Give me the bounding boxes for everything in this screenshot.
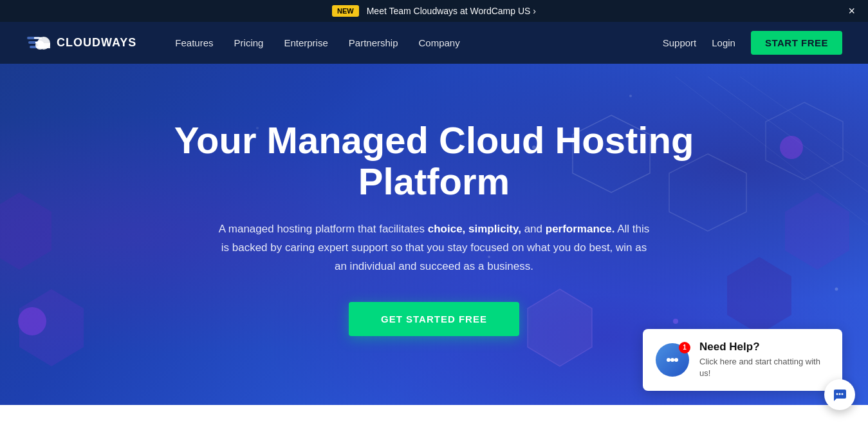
- logo-icon: [26, 32, 51, 54]
- announcement-bar: NEW Meet Team Cloudways at WordCamp US ›…: [0, 0, 868, 22]
- announcement-text: Meet Team Cloudways at WordCamp US: [367, 6, 533, 16]
- svg-point-25: [18, 307, 46, 335]
- svg-point-26: [629, 95, 632, 97]
- nav-enterprise[interactable]: Enterprise: [284, 37, 328, 48]
- svg-point-33: [842, 393, 844, 395]
- chat-widget[interactable]: 1 Need Help? Click here and start chatti…: [643, 329, 842, 391]
- svg-point-31: [836, 393, 838, 395]
- nav-features[interactable]: Features: [175, 37, 213, 48]
- svg-marker-21: [0, 193, 51, 270]
- svg-marker-15: [528, 289, 592, 366]
- announcement-link[interactable]: Meet Team Cloudways at WordCamp US ›: [367, 6, 536, 16]
- logo-link[interactable]: CLOUDWAYS: [26, 32, 136, 54]
- start-free-button[interactable]: START FREE: [751, 31, 842, 55]
- announcement-arrow: ›: [533, 6, 536, 16]
- svg-marker-11: [766, 102, 843, 180]
- svg-point-29: [670, 358, 674, 362]
- svg-marker-22: [19, 289, 84, 366]
- logo-text: CLOUDWAYS: [57, 36, 136, 50]
- nav-support[interactable]: Support: [663, 37, 697, 48]
- nav-partnership[interactable]: Partnership: [349, 37, 398, 48]
- nav-company[interactable]: Company: [419, 37, 460, 48]
- get-started-button[interactable]: GET STARTED FREE: [349, 302, 519, 336]
- nav-right: Support Login START FREE: [663, 31, 842, 55]
- svg-point-28: [667, 358, 670, 362]
- bottom-section: [0, 405, 868, 423]
- hero-description: A managed hosting platform that facilita…: [216, 220, 653, 276]
- hero-title: Your Managed Cloud Hosting Platform: [145, 120, 724, 202]
- navbar: CLOUDWAYS Features Pricing Enterprise Pa…: [0, 22, 868, 64]
- svg-line-12: [708, 77, 868, 193]
- chat-icon-container: 1: [656, 343, 689, 377]
- svg-marker-23: [785, 193, 849, 270]
- svg-point-18: [835, 288, 838, 291]
- chat-text: Need Help? Click here and start chatting…: [699, 341, 829, 379]
- svg-point-30: [674, 358, 678, 362]
- nav-login[interactable]: Login: [712, 37, 735, 48]
- svg-marker-16: [727, 257, 791, 334]
- chat-title: Need Help?: [699, 341, 829, 353]
- nav-pricing[interactable]: Pricing: [234, 37, 264, 48]
- svg-line-13: [740, 77, 868, 167]
- chat-subtitle: Click here and start chatting with us!: [699, 356, 829, 379]
- chat-badge: 1: [679, 342, 690, 353]
- chat-float-button[interactable]: [824, 379, 855, 410]
- svg-point-24: [780, 136, 803, 159]
- svg-point-32: [839, 393, 841, 395]
- svg-point-20: [673, 319, 678, 324]
- new-badge: NEW: [332, 5, 359, 17]
- nav-links: Features Pricing Enterprise Partnership …: [175, 37, 662, 48]
- announcement-close-button[interactable]: ×: [848, 5, 855, 17]
